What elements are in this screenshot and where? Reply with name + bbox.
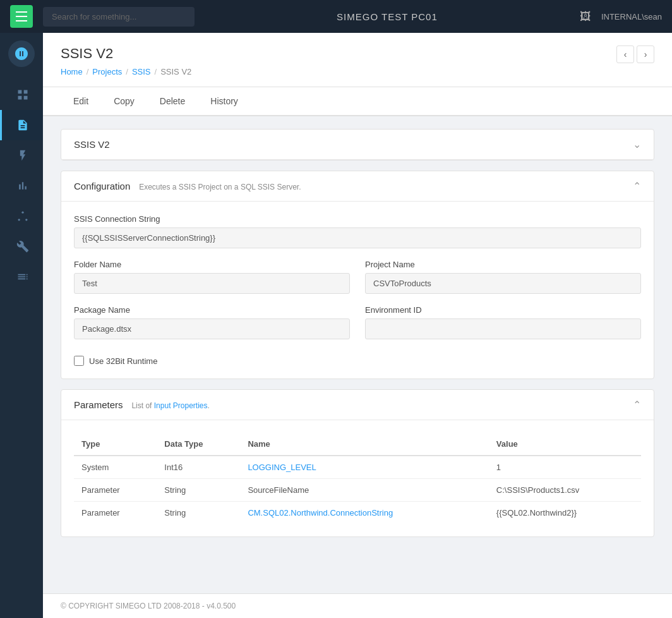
param-type-2: Parameter (74, 502, 157, 524)
package-name-label: Package Name (74, 305, 350, 315)
col-value: Value (489, 433, 641, 456)
parameters-subtitle-link[interactable]: Input Properties (154, 401, 208, 410)
project-name-col: Project Name (365, 260, 641, 305)
ssis-v2-card-header[interactable]: SSIS V2 ⌄ (61, 130, 654, 160)
tab-copy[interactable]: Copy (101, 87, 147, 116)
breadcrumb-ssis[interactable]: SSIS (132, 67, 151, 76)
package-name-col: Package Name (74, 305, 350, 351)
env-id-input[interactable] (365, 318, 641, 339)
param-datatype-2: String (157, 502, 240, 524)
config-card-body: SSIS Connection String Folder Name (61, 202, 654, 379)
sidebar-item-analytics[interactable] (0, 171, 43, 201)
parameters-subtitle: List of Input Properties. (131, 401, 209, 410)
connection-string-input[interactable] (74, 227, 641, 248)
parameters-header-left: Parameters List of Input Properties. (74, 399, 210, 410)
project-name-group: Project Name (365, 260, 641, 294)
breadcrumb-home[interactable]: Home (61, 67, 83, 76)
sidebar-item-logs[interactable] (0, 262, 43, 292)
breadcrumb-current: SSIS V2 (160, 67, 191, 76)
folder-name-col: Folder Name (74, 260, 350, 305)
hamburger-button[interactable] (10, 5, 33, 28)
parameters-card-body: Type Data Type Name Value System Int16 L… (61, 420, 654, 536)
svg-point-2 (25, 219, 27, 221)
search-input[interactable] (43, 7, 195, 27)
config-subtitle: Executes a SSIS Project on a SQL SSIS Se… (139, 183, 301, 191)
breadcrumb-next-button[interactable]: › (637, 45, 654, 63)
breadcrumb: Home / Projects / SSIS / SSIS V2 (61, 67, 191, 76)
user-label: INTERNAL\sean (601, 12, 662, 21)
main-content: SSIS V2 Home / Projects / SSIS / SSIS V2… (43, 33, 672, 618)
breadcrumb-sep-2: / (126, 67, 128, 76)
checkbox-row: Use 32Bit Runtime (74, 356, 641, 366)
breadcrumb-prev-button[interactable]: ‹ (616, 45, 634, 63)
project-name-label: Project Name (365, 260, 641, 269)
page-header: SSIS V2 Home / Projects / SSIS / SSIS V2… (43, 33, 672, 87)
sidebar-item-tasks[interactable] (0, 140, 43, 171)
svg-point-0 (21, 212, 23, 214)
param-name-0[interactable]: LOGGING_LEVEL (240, 456, 488, 479)
col-name: Name (240, 433, 488, 456)
folder-project-row: Folder Name Project Name (74, 260, 641, 305)
project-name-input[interactable] (365, 273, 641, 294)
breadcrumb-projects[interactable]: Projects (92, 67, 122, 76)
folder-name-input[interactable] (74, 273, 350, 294)
env-id-label: Environment ID (365, 305, 641, 315)
tab-history[interactable]: History (198, 87, 251, 116)
config-card: Configuration Executes a SSIS Project on… (61, 171, 654, 379)
monitor-icon: 🖼 (580, 10, 591, 23)
parameters-card-header[interactable]: Parameters List of Input Properties. ⌃ (61, 390, 654, 420)
col-type: Type (74, 433, 157, 456)
ssis-v2-chevron-icon: ⌄ (633, 138, 641, 150)
package-name-input[interactable] (74, 318, 350, 339)
sidebar-item-dashboard[interactable] (0, 80, 43, 110)
env-id-group: Environment ID (365, 305, 641, 339)
param-type-0: System (74, 456, 157, 479)
content-area: SSIS V2 ⌄ Configuration Executes a SSIS … (43, 116, 672, 593)
config-title: Configuration (74, 181, 130, 191)
footer-text: © COPYRIGHT SIMEGO LTD 2008-2018 - v4.0.… (61, 602, 236, 610)
main-layout: SSIS V2 Home / Projects / SSIS / SSIS V2… (0, 33, 672, 618)
package-name-group: Package Name (74, 305, 350, 339)
footer: © COPYRIGHT SIMEGO LTD 2008-2018 - v4.0.… (43, 593, 672, 618)
svg-point-1 (18, 219, 20, 221)
folder-name-label: Folder Name (74, 260, 350, 269)
config-header-left: Configuration Executes a SSIS Project on… (74, 181, 301, 191)
param-name-2[interactable]: CM.SQL02.Northwind.ConnectionString (240, 502, 488, 524)
table-row: System Int16 LOGGING_LEVEL 1 (74, 456, 641, 479)
folder-name-group: Folder Name (74, 260, 350, 294)
tab-edit[interactable]: Edit (61, 87, 101, 116)
param-value-2: {{SQL02.Northwind2}} (489, 502, 641, 524)
config-chevron-icon: ⌃ (633, 180, 641, 192)
parameters-chevron-icon: ⌃ (633, 399, 641, 411)
param-name-1: SourceFileName (240, 479, 488, 502)
param-value-0: 1 (489, 456, 641, 479)
param-datatype-1: String (157, 479, 240, 502)
connection-string-group: SSIS Connection String (74, 214, 641, 248)
app-title: SIMEGO TEST PC01 (195, 11, 580, 22)
use-32bit-checkbox[interactable] (74, 356, 84, 366)
param-datatype-0: Int16 (157, 456, 240, 479)
param-value-1: C:\SSIS\Products1.csv (489, 479, 641, 502)
sidebar-item-documents[interactable] (0, 110, 43, 140)
breadcrumb-sep-3: / (155, 67, 157, 76)
table-row: Parameter String SourceFileName C:\SSIS\… (74, 479, 641, 502)
sidebar-item-settings[interactable] (0, 231, 43, 262)
use-32bit-label: Use 32Bit Runtime (89, 356, 157, 366)
ssis-v2-card-title: SSIS V2 (74, 139, 110, 150)
parameters-table: Type Data Type Name Value System Int16 L… (74, 433, 641, 524)
config-card-header[interactable]: Configuration Executes a SSIS Project on… (61, 171, 654, 202)
sidebar-logo (8, 40, 35, 67)
page-title-breadcrumb-group: SSIS V2 Home / Projects / SSIS / SSIS V2 (61, 45, 191, 87)
action-tabs: Edit Copy Delete History (43, 87, 672, 116)
table-header-row: Type Data Type Name Value (74, 433, 641, 456)
tab-delete[interactable]: Delete (147, 87, 198, 116)
top-navbar: SIMEGO TEST PC01 🖼 INTERNAL\sean (0, 0, 672, 33)
nav-right: 🖼 INTERNAL\sean (580, 10, 662, 23)
sidebar (0, 33, 43, 618)
connection-string-label: SSIS Connection String (74, 214, 641, 224)
breadcrumb-nav: ‹ › (616, 45, 654, 63)
page-title: SSIS V2 (61, 45, 191, 62)
ssis-v2-card: SSIS V2 ⌄ (61, 129, 654, 161)
sidebar-item-connections[interactable] (0, 201, 43, 231)
col-datatype: Data Type (157, 433, 240, 456)
